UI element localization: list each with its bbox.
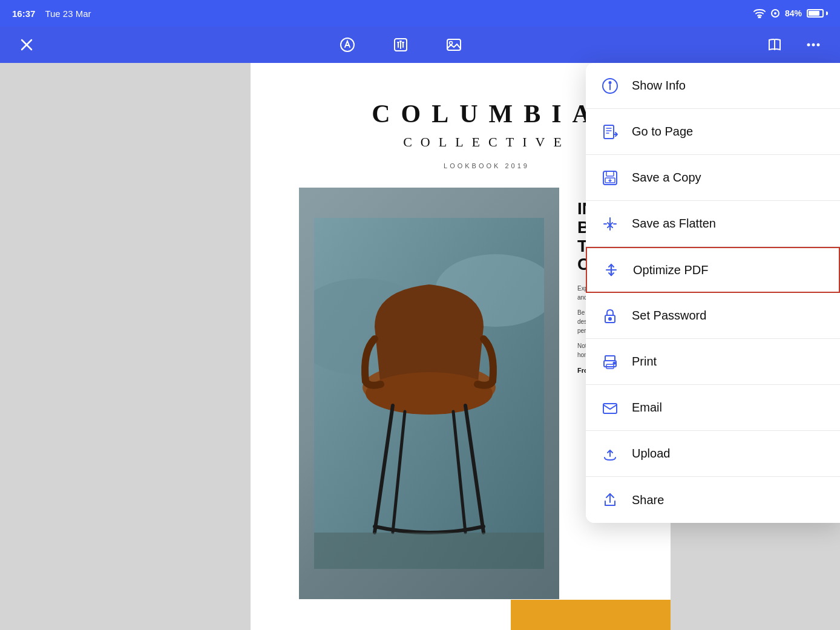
markup-tool-button[interactable] — [335, 33, 359, 57]
save-copy-label: Save a Copy — [632, 171, 701, 185]
upload-label: Upload — [632, 447, 670, 461]
svg-point-18 — [817, 44, 820, 47]
save-flatten-icon — [600, 214, 620, 234]
location-icon — [770, 8, 780, 18]
wifi-icon — [753, 8, 766, 18]
time: 16:37 — [12, 8, 35, 19]
status-bar-left: 16:37 Tue 23 Mar — [12, 8, 91, 19]
svg-point-17 — [812, 44, 815, 47]
toolbar-center — [39, 33, 763, 57]
svg-point-31 — [609, 82, 611, 84]
chair-svg — [314, 218, 544, 569]
email-label: Email — [632, 401, 662, 415]
menu-item-share[interactable]: Share — [586, 477, 840, 523]
battery-percent: 84% — [785, 8, 802, 18]
menu-item-go-to-page[interactable]: Go to Page — [586, 109, 840, 155]
svg-point-48 — [614, 362, 615, 364]
menu-item-upload[interactable]: Upload — [586, 431, 840, 477]
menu-item-set-password[interactable]: Set Password — [586, 293, 840, 339]
svg-point-0 — [758, 17, 760, 19]
svg-rect-32 — [604, 125, 614, 139]
share-label: Share — [632, 493, 664, 507]
toolbar-left — [15, 33, 39, 57]
menu-item-email[interactable]: Email — [586, 385, 840, 431]
save-copy-icon — [600, 168, 620, 188]
svg-rect-34 — [606, 171, 614, 176]
menu-item-save-flatten[interactable]: Save as Flatten — [586, 201, 840, 247]
menu-item-print[interactable]: Print — [586, 339, 840, 385]
password-icon — [600, 306, 620, 326]
go-page-icon — [600, 122, 620, 142]
svg-point-16 — [807, 44, 810, 47]
close-button[interactable] — [15, 33, 39, 57]
menu-item-show-info[interactable]: Show Info — [586, 63, 840, 109]
toolbar-right — [763, 33, 825, 57]
menu-item-save-copy[interactable]: Save a Copy — [586, 155, 840, 201]
set-password-label: Set Password — [632, 309, 706, 323]
go-to-page-label: Go to Page — [632, 125, 693, 139]
upload-icon — [600, 444, 620, 464]
svg-rect-45 — [605, 356, 615, 361]
svg-point-23 — [366, 372, 493, 415]
date: Tue 23 Mar — [45, 8, 91, 19]
optimize-icon — [602, 260, 621, 280]
svg-rect-13 — [447, 39, 461, 50]
share-icon — [600, 490, 620, 510]
svg-rect-28 — [314, 533, 544, 569]
email-icon — [600, 398, 620, 418]
status-bar: 16:37 Tue 23 Mar 84% — [0, 0, 840, 27]
print-label: Print — [632, 355, 657, 369]
reader-mode-button[interactable] — [763, 33, 787, 57]
svg-point-2 — [774, 12, 776, 15]
text-tool-button[interactable] — [389, 33, 413, 57]
chair-container — [299, 188, 559, 599]
status-bar-right: 84% — [753, 8, 828, 18]
svg-point-44 — [609, 318, 611, 320]
save-flatten-label: Save as Flatten — [632, 217, 716, 231]
print-icon — [600, 352, 620, 372]
optimize-pdf-label: Optimize PDF — [633, 263, 708, 277]
image-tool-button[interactable] — [442, 33, 466, 57]
battery-icon — [807, 9, 828, 18]
menu-item-optimize-pdf[interactable]: Optimize PDF — [586, 247, 840, 293]
info-icon — [600, 76, 620, 96]
more-options-button[interactable] — [801, 33, 825, 57]
dropdown-menu: Show Info Go to Page Save a Copy Save as… — [586, 63, 840, 523]
toolbar — [0, 27, 840, 63]
show-info-label: Show Info — [632, 79, 686, 93]
pdf-image-col — [299, 188, 559, 599]
